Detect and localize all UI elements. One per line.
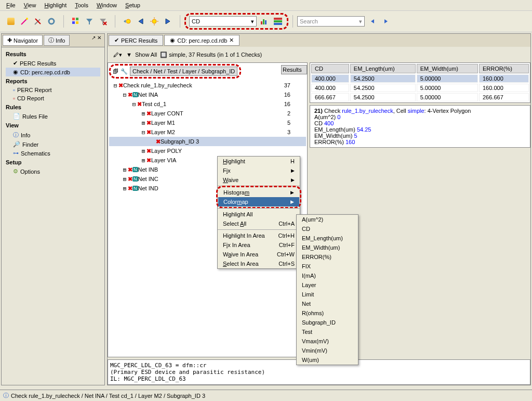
- menu-window[interactable]: Window: [92, 1, 121, 9]
- submenu-item[interactable]: FIX: [297, 262, 358, 271]
- tree-row[interactable]: ⊟✖ Layer M23: [109, 127, 306, 137]
- nav-schematics[interactable]: ⊶ Schematics: [6, 149, 100, 158]
- svg-point-4: [49, 19, 54, 24]
- menu-highlight[interactable]: Highlight: [40, 1, 71, 9]
- ctx-waive[interactable]: Waive▶: [218, 175, 300, 185]
- ctx-fix-area[interactable]: Fix In AreaCtrl+F: [218, 240, 300, 250]
- nav-cd-rdb[interactable]: ◉ CD: perc.rep.cd.rdb: [6, 68, 100, 76]
- unhighlight-icon[interactable]: [32, 16, 44, 27]
- open-icon[interactable]: [5, 16, 17, 27]
- tree-header[interactable]: Check / Net / Test / Layer / Subgraph_ID: [130, 67, 237, 76]
- sun-arrow-icon[interactable]: [122, 16, 133, 27]
- cd-dropdown-highlight: CD▾: [184, 13, 288, 30]
- table-row[interactable]: 400.00054.25005.00000160.000: [311, 84, 529, 92]
- wand-icon[interactable]: 🖉▾: [112, 49, 123, 60]
- submenu-item[interactable]: Net: [297, 299, 358, 308]
- submenu-item[interactable]: Test: [297, 327, 358, 337]
- submenu-item[interactable]: I(mA): [297, 271, 358, 280]
- ctx-histogram[interactable]: Histogram▶: [218, 188, 299, 197]
- tree-tool1-icon[interactable]: 🗐: [113, 68, 118, 74]
- nav-perc-report[interactable]: ▫ PERC Report: [6, 86, 100, 94]
- results-column-header[interactable]: Results: [281, 65, 307, 74]
- ctx-select-area[interactable]: Select In AreaCtrl+S: [218, 259, 300, 268]
- col-header[interactable]: ERROR(%): [479, 64, 529, 73]
- menu-setup[interactable]: Setup: [121, 1, 144, 9]
- nav-results-header: Results: [6, 49, 100, 59]
- menu-tools[interactable]: Tools: [71, 1, 92, 9]
- show-all-label[interactable]: Show All: [135, 51, 157, 58]
- palette-icon[interactable]: [70, 16, 82, 27]
- ctx-waive-area[interactable]: Waive In AreaCtrl+W: [218, 250, 300, 259]
- tree-row[interactable]: ⊟✖ Check rule_1.by_rulecheck37: [109, 81, 306, 90]
- submenu-item[interactable]: CD: [297, 224, 358, 234]
- ctx-highlight-area[interactable]: Highlight In AreaCtrl+H: [218, 231, 300, 240]
- tab-info[interactable]: ⓘ Info: [44, 35, 70, 46]
- arrow-left-icon[interactable]: [135, 16, 147, 27]
- tree-row[interactable]: ⊞✖ Layer M15: [109, 118, 306, 127]
- tree-row[interactable]: ✖ Subgraph_ID 3: [109, 137, 306, 146]
- submenu-item[interactable]: EM_Length(um): [297, 234, 358, 243]
- tree-row[interactable]: ⊞✖ Layer CONT2: [109, 109, 306, 118]
- detail-panel: 21) Check rule_1.by_rulecheck, Cell simp…: [310, 105, 530, 148]
- highlight-wand-icon[interactable]: [19, 16, 30, 27]
- submenu-item[interactable]: R(ohms): [297, 308, 358, 318]
- svg-line-2: [35, 19, 40, 24]
- tree-row[interactable]: ⊞✖ Layer POLY: [109, 146, 306, 156]
- tree-row[interactable]: ⊟✖ Test cd_116: [109, 99, 306, 109]
- pin-icon[interactable]: ↗ ✕: [89, 35, 103, 46]
- tab-navigator[interactable]: ✚ Navigator: [3, 35, 43, 46]
- col-header[interactable]: EM_Width(um): [417, 64, 478, 73]
- histogram-icon[interactable]: [259, 16, 270, 27]
- ctx-histogram-colormap-highlight: Histogram▶ Colormap▶: [216, 186, 301, 209]
- ctx-select-all[interactable]: Select AllCtrl+A: [218, 219, 300, 228]
- colormap-icon[interactable]: [272, 16, 284, 27]
- arrow-right-icon[interactable]: [162, 16, 174, 27]
- table-row[interactable]: 400.00054.25005.00000160.000: [311, 74, 529, 83]
- gear-icon[interactable]: [46, 16, 57, 27]
- submenu-item[interactable]: Layer: [297, 280, 358, 290]
- col-header[interactable]: CD: [311, 64, 349, 73]
- nav-reports-header: Reports: [6, 76, 100, 86]
- ctx-highlight[interactable]: HighlightH: [218, 157, 300, 166]
- submenu-item[interactable]: EM_Width(um): [297, 243, 358, 252]
- submenu-item[interactable]: A(um^2): [297, 215, 358, 224]
- submenu-item[interactable]: Vmin(mV): [297, 346, 358, 355]
- submenu-item[interactable]: ERROR(%): [297, 252, 358, 262]
- col-header[interactable]: EM_Length(um): [350, 64, 416, 73]
- funnel-small-icon[interactable]: ▼: [126, 51, 132, 58]
- nav-info[interactable]: ⓘ Info: [6, 130, 100, 140]
- navigator-panel: ✚ Navigator ⓘ Info ↗ ✕ Results ✔ PERC Re…: [1, 33, 105, 385]
- ctx-colormap[interactable]: Colormap▶: [218, 197, 299, 206]
- ctx-fix[interactable]: Fix▶: [218, 166, 300, 175]
- svg-rect-5: [72, 18, 75, 20]
- filter-x-icon[interactable]: [97, 16, 109, 27]
- search-prev-icon[interactable]: [367, 16, 378, 27]
- tree-tool2-icon[interactable]: 🔧: [121, 68, 128, 75]
- ctx-highlight-all[interactable]: Highlight All: [218, 210, 300, 219]
- tab-perc-results[interactable]: ✔ PERC Results: [109, 35, 163, 46]
- submenu-item[interactable]: Subgraph_ID: [297, 318, 358, 327]
- funnel-icon[interactable]: [84, 16, 95, 27]
- nav-options[interactable]: ⚙ Options: [6, 167, 100, 176]
- nav-rules-file[interactable]: 📄 Rules File: [6, 112, 100, 121]
- svg-rect-7: [72, 21, 75, 24]
- menu-file[interactable]: File: [2, 1, 20, 9]
- search-next-icon[interactable]: [380, 16, 392, 27]
- table-row[interactable]: 666.66754.25005.00000266.667: [311, 93, 529, 101]
- nav-cd-report[interactable]: ▫ CD Report: [6, 94, 100, 102]
- info-icon: ⓘ: [3, 392, 9, 399]
- svg-point-1: [26, 18, 28, 20]
- search-input[interactable]: Search▾: [297, 16, 365, 27]
- cd-select[interactable]: CD▾: [189, 16, 257, 27]
- submenu-item[interactable]: W(um): [297, 355, 358, 365]
- submenu-item[interactable]: Limit: [297, 290, 358, 299]
- tab-cd-rdb[interactable]: ◉ CD: perc.rep.cd.rdb ✕: [164, 35, 240, 46]
- tree-row[interactable]: ⊟✖ N Net INA16: [109, 90, 306, 99]
- svg-line-0: [21, 19, 26, 24]
- statusbar: ⓘ Check rule_1.by_rulecheck / Net INA / …: [0, 390, 532, 401]
- menu-view[interactable]: View: [20, 1, 41, 9]
- nav-perc-results[interactable]: ✔ PERC Results: [6, 59, 100, 68]
- nav-finder[interactable]: 🔎 Finder: [6, 140, 100, 149]
- sun-icon[interactable]: [149, 16, 160, 27]
- submenu-item[interactable]: Vmax(mV): [297, 337, 358, 346]
